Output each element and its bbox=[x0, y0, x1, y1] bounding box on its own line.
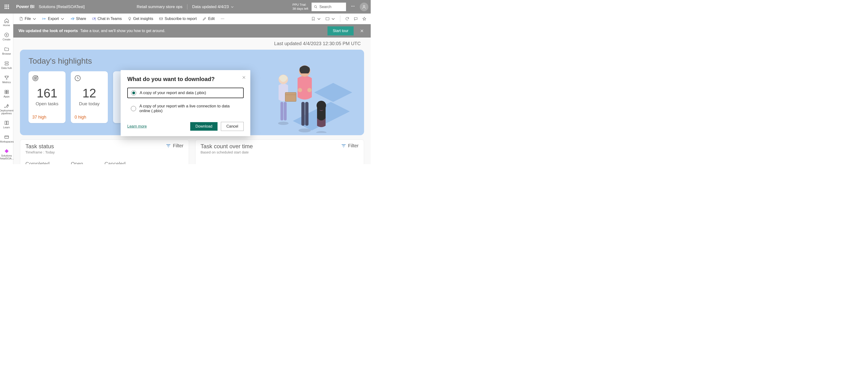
download-dialog: What do you want to download? A copy of … bbox=[121, 70, 250, 136]
status-canceled: Canceled bbox=[104, 161, 126, 164]
workspace-label[interactable]: Solutions [RetailSOATest] bbox=[39, 4, 85, 9]
report-toolbar: File Export Share Chat in Teams Get insi… bbox=[13, 13, 371, 24]
folder-icon bbox=[4, 47, 9, 52]
app-launcher-icon[interactable] bbox=[2, 3, 11, 11]
nav-rail: Home Create Browse Data hub Metrics Apps… bbox=[0, 13, 13, 164]
nav-metrics[interactable]: Metrics bbox=[0, 72, 13, 86]
svg-rect-9 bbox=[7, 90, 8, 92]
edit-button[interactable]: Edit bbox=[200, 16, 217, 22]
kpi-sublabel: 37 high bbox=[32, 115, 62, 120]
export-menu[interactable]: Export bbox=[40, 16, 67, 22]
refresh-icon bbox=[345, 17, 349, 21]
tour-banner-text: Take a tour, and we'll show you how to g… bbox=[80, 29, 165, 33]
kpi-value: 161 bbox=[32, 86, 62, 100]
subscribe-button[interactable]: Subscribe to report bbox=[156, 16, 199, 22]
hero-title: Today's highlights bbox=[29, 56, 355, 66]
datahub-icon bbox=[4, 61, 9, 66]
favorite-button[interactable] bbox=[361, 16, 367, 22]
data-updated-dropdown[interactable]: Data updated 4/4/23 bbox=[192, 4, 234, 9]
report-title[interactable]: Retail summary store ops bbox=[137, 4, 183, 9]
rocket-icon bbox=[4, 104, 9, 109]
nav-datahub[interactable]: Data hub bbox=[0, 58, 13, 72]
search-box[interactable] bbox=[312, 3, 346, 11]
nav-workspaces[interactable]: Workspaces bbox=[0, 132, 13, 146]
kpi-label: Open tasks bbox=[32, 101, 62, 107]
more-toolbar-button[interactable] bbox=[218, 16, 227, 22]
home-icon bbox=[4, 18, 9, 23]
refresh-button[interactable] bbox=[344, 16, 350, 22]
user-avatar[interactable] bbox=[360, 3, 368, 11]
export-icon bbox=[42, 17, 46, 21]
filter-button[interactable]: Filter bbox=[166, 143, 183, 148]
radio-icon bbox=[131, 106, 136, 111]
comment-button[interactable] bbox=[353, 16, 359, 22]
dialog-close-button[interactable] bbox=[242, 76, 246, 80]
svg-point-15 bbox=[94, 18, 95, 19]
nav-deployment-pipelines[interactable]: Deployment pipelines bbox=[0, 101, 13, 117]
kpi-card-due-today[interactable]: 12 Due today 0 high bbox=[71, 71, 108, 123]
filter-button[interactable]: Filter bbox=[341, 143, 359, 148]
svg-point-3 bbox=[354, 6, 354, 7]
svg-point-0 bbox=[314, 5, 316, 8]
svg-rect-20 bbox=[326, 18, 329, 20]
nav-create[interactable]: Create bbox=[0, 30, 13, 43]
option-report-and-data[interactable]: A copy of your report and data (.pbix) bbox=[127, 88, 244, 98]
view-icon bbox=[326, 17, 330, 21]
lightbulb-icon bbox=[127, 17, 132, 21]
view-dropdown[interactable] bbox=[324, 16, 336, 22]
svg-point-12 bbox=[7, 105, 8, 106]
search-input[interactable] bbox=[319, 5, 344, 9]
filter-icon bbox=[166, 143, 171, 148]
status-completed: Completed bbox=[25, 161, 50, 164]
divider bbox=[187, 4, 187, 9]
nav-apps[interactable]: Apps bbox=[0, 87, 13, 100]
last-updated-label: Last updated 4/4/2023 12:30:05 PM UTC bbox=[20, 41, 364, 46]
svg-rect-16 bbox=[159, 18, 163, 20]
panel-title: Task count over time bbox=[201, 143, 253, 150]
nav-learn[interactable]: Learn bbox=[0, 118, 13, 131]
file-menu[interactable]: File bbox=[17, 16, 39, 22]
nav-current-workspace[interactable]: Solutions RetailSOA... bbox=[0, 146, 13, 162]
svg-point-2 bbox=[353, 6, 353, 7]
bookmark-icon bbox=[311, 17, 315, 21]
trophy-icon bbox=[4, 75, 9, 80]
option-live-connection[interactable]: A copy of your report with a live connec… bbox=[127, 101, 244, 116]
share-button[interactable]: Share bbox=[68, 16, 89, 22]
kpi-sublabel: 0 high bbox=[74, 115, 104, 120]
chat-teams-button[interactable]: Chat in Teams bbox=[90, 16, 124, 22]
kpi-value: 12 bbox=[74, 86, 104, 100]
svg-rect-11 bbox=[7, 92, 8, 94]
task-status-panel: Task status Timeframe : Today Filter Com… bbox=[20, 140, 189, 164]
kpi-card-open-tasks[interactable]: 161 Open tasks 37 high bbox=[29, 71, 66, 123]
mail-icon bbox=[159, 17, 163, 21]
dialog-title: What do you want to download? bbox=[127, 76, 244, 83]
panel-subtitle: Timeframe : Today bbox=[25, 150, 55, 154]
start-tour-button[interactable]: Start tour bbox=[328, 26, 353, 35]
kpi-label: Due today bbox=[74, 101, 104, 107]
file-icon bbox=[19, 17, 23, 21]
nav-browse[interactable]: Browse bbox=[0, 44, 13, 58]
nav-home[interactable]: Home bbox=[0, 16, 13, 29]
svg-rect-13 bbox=[4, 136, 8, 138]
header-right: PPU Trial: 38 days left bbox=[292, 3, 369, 11]
close-banner-button[interactable] bbox=[359, 27, 366, 34]
close-icon bbox=[360, 29, 364, 33]
tour-banner-title: We updated the look of reports bbox=[19, 29, 78, 33]
chevron-down-icon bbox=[331, 17, 335, 21]
clock-icon bbox=[74, 75, 81, 82]
bookmark-dropdown[interactable] bbox=[310, 16, 322, 22]
trial-info[interactable]: PPU Trial: 38 days left bbox=[292, 3, 309, 11]
svg-rect-8 bbox=[5, 90, 6, 92]
more-options-button[interactable] bbox=[349, 4, 356, 9]
status-open: Open bbox=[71, 161, 83, 164]
svg-point-1 bbox=[351, 6, 352, 7]
learn-more-link[interactable]: Learn more bbox=[127, 124, 147, 128]
share-icon bbox=[70, 17, 74, 21]
download-button[interactable]: Download bbox=[190, 122, 218, 131]
cancel-button[interactable]: Cancel bbox=[221, 122, 244, 131]
radio-icon bbox=[131, 90, 136, 95]
download-options: A copy of your report and data (.pbix) A… bbox=[127, 88, 244, 116]
get-insights-button[interactable]: Get insights bbox=[125, 16, 156, 22]
diamond-icon bbox=[4, 148, 9, 154]
dialog-footer: Learn more Download Cancel bbox=[127, 122, 244, 131]
